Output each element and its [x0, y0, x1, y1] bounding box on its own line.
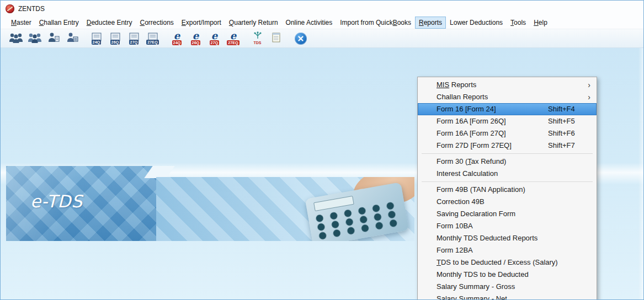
menu-item-mis-reports[interactable]: MIS Reports› [418, 79, 597, 91]
menu-item-tds-to-be-deducted-excess-salary[interactable]: TDS to be Deducted / Excess (Salary) [418, 256, 597, 269]
zentds-window: ZENTDS MasterChallan EntryDeductee Entry… [0, 0, 644, 300]
menu-challan-entry[interactable]: Challan Entry [35, 17, 83, 29]
title-bar: ZENTDS [1, 1, 643, 17]
tds-label: TDS [254, 41, 262, 45]
menu-item-label: Saving Declaration Form [437, 208, 591, 220]
exit-button[interactable] [292, 30, 309, 47]
menu-item-interest-calculation[interactable]: Interest Calculation [418, 168, 597, 180]
e27q-badge-label: 27Q [210, 40, 220, 45]
menu-item-salary-summary-gross[interactable]: Salary Summary - Gross [418, 281, 597, 293]
form-24q-badge-label: 24Q [92, 40, 102, 45]
menu-lower-deductions[interactable]: Lower Deductions [446, 17, 507, 29]
e26q-button[interactable]: e 26Q [187, 30, 204, 47]
menu-tools[interactable]: Tools [507, 17, 530, 29]
menu-item-form-10ba[interactable]: Form 10BA [418, 220, 597, 232]
form-27q-badge-label: 27Q [129, 40, 139, 45]
menu-item-label: Monthly TDS Deducted Reports [437, 232, 591, 244]
form-24q-button[interactable]: 24Q [88, 30, 105, 47]
banner-photo-panel [156, 177, 414, 241]
menu-item-form-27d-form-27eq[interactable]: Form 27D [Form 27EQ]Shift+F7 [418, 140, 597, 152]
menu-item-label: Challan Reports [437, 91, 591, 103]
e27q-button[interactable]: e 27Q [206, 30, 223, 47]
menu-item-label: Monthly TDS to be Deducted [437, 269, 591, 281]
menu-bar: MasterChallan EntryDeductee EntryCorrect… [1, 17, 643, 29]
menu-item-label: Interest Calculation [437, 168, 591, 180]
form-26q-button[interactable]: 26Q [107, 30, 124, 47]
menu-item-label: Salary Summary - Net [437, 293, 591, 300]
menu-reports[interactable]: Reports [415, 17, 446, 29]
menu-item-form-30-tax-refund[interactable]: Form 30 (Tax Refund) [418, 156, 597, 168]
tds-tree-icon [253, 31, 263, 41]
e27eq-badge-label: 27EQ [227, 40, 239, 45]
menu-separator [422, 181, 593, 182]
menu-export-import[interactable]: Export/Import [178, 17, 225, 29]
menu-item-label: Correction 49B [437, 196, 591, 208]
menu-import-from-quickbooks[interactable]: Import from QuickBooks [336, 17, 415, 29]
people-group-alt-icon [28, 31, 42, 46]
menu-item-label: MIS Reports [437, 79, 591, 91]
e26q-badge-label: 26Q [191, 40, 201, 45]
menu-item-form-16-form-24[interactable]: Form 16 [Form 24]Shift+F4 [418, 103, 597, 115]
menu-item-shortcut: Shift+F7 [548, 140, 591, 152]
person-document-icon [47, 31, 60, 46]
reports-menu: MIS Reports›Challan Reports›Form 16 [For… [417, 77, 597, 300]
menu-item-label: TDS to be Deducted / Excess (Salary) [437, 256, 591, 269]
form-27q-button[interactable]: 27Q [125, 30, 142, 47]
e-return-icon: e [211, 31, 217, 40]
menu-item-label: Salary Summary - Gross [437, 281, 591, 293]
e24q-button[interactable]: e 24Q [168, 30, 185, 47]
menu-item-monthly-tds-deducted-reports[interactable]: Monthly TDS Deducted Reports [418, 232, 597, 244]
window-title: ZENTDS [18, 5, 45, 13]
e-return-icon: e [193, 31, 199, 40]
menu-item-label: Form 30 (Tax Refund) [437, 156, 591, 168]
menu-item-monthly-tds-to-be-deducted[interactable]: Monthly TDS to be Deducted [418, 269, 597, 281]
menu-item-label: Form 16 [Form 24] [437, 103, 548, 115]
banner-title: e-TDS [30, 191, 83, 211]
content-right-edge [638, 48, 643, 299]
notepad-icon [271, 31, 282, 45]
menu-master[interactable]: Master [7, 17, 35, 29]
report-pad-button[interactable] [268, 30, 285, 47]
close-icon [295, 33, 307, 45]
menu-item-label: Form 10BA [437, 220, 591, 232]
menu-item-shortcut: Shift+F6 [548, 127, 591, 140]
tds-button[interactable]: TDS [249, 30, 266, 47]
menu-item-shortcut: Shift+F5 [548, 115, 591, 127]
e24q-badge-label: 24Q [172, 40, 182, 45]
menu-item-label: Form 12BA [437, 244, 591, 256]
e-return-icon: e [230, 31, 236, 40]
form-26q-badge-label: 26Q [110, 40, 120, 45]
menu-item-salary-summary-net[interactable]: Salary Summary - Net [418, 293, 597, 300]
menu-separator [422, 153, 593, 154]
submenu-arrow-icon: › [588, 79, 590, 91]
master-group-button[interactable] [7, 30, 24, 47]
menu-item-label: Form 16A [Form 26Q] [437, 115, 548, 127]
menu-item-form-16a-form-27q[interactable]: Form 16A [Form 27Q]Shift+F6 [418, 127, 597, 140]
menu-help[interactable]: Help [530, 17, 551, 29]
deductee-group-button[interactable] [26, 30, 43, 47]
menu-item-label: Form 16A [Form 27Q] [437, 127, 548, 140]
form-27eq-badge-label: 27EQ [146, 40, 159, 45]
challan-entry-button[interactable] [45, 30, 62, 47]
toolbar: 24Q 26Q 27Q 27EQ e 24Q e 26Q [1, 29, 643, 48]
menu-item-form-16a-form-26q[interactable]: Form 16A [Form 26Q]Shift+F5 [418, 115, 597, 127]
menu-online-activities[interactable]: Online Activities [282, 17, 337, 29]
e27eq-button[interactable]: e 27EQ [225, 30, 242, 47]
menu-quarterly-return[interactable]: Quarterly Return [225, 17, 282, 29]
menu-item-form-12ba[interactable]: Form 12BA [418, 244, 597, 256]
people-group-icon [9, 31, 23, 46]
app-logo-icon [6, 4, 14, 13]
menu-corrections[interactable]: Corrections [136, 17, 177, 29]
menu-item-shortcut: Shift+F4 [548, 103, 591, 115]
content-area: e-TDS MIS Reports›Challan Reports›Form 1… [1, 48, 643, 299]
calculator-image [305, 182, 409, 241]
menu-item-challan-reports[interactable]: Challan Reports› [418, 91, 597, 103]
deductee-entry-button[interactable] [63, 30, 81, 47]
menu-item-correction-49b[interactable]: Correction 49B [418, 196, 597, 208]
e-return-icon: e [174, 31, 180, 40]
menu-item-saving-declaration-form[interactable]: Saving Declaration Form [418, 208, 597, 220]
form-27eq-button[interactable]: 27EQ [144, 30, 161, 47]
menu-item-label: Form 27D [Form 27EQ] [437, 140, 548, 152]
menu-deductee-entry[interactable]: Deductee Entry [83, 17, 136, 29]
menu-item-form-49b-tan-application[interactable]: Form 49B (TAN Application) [418, 184, 597, 196]
